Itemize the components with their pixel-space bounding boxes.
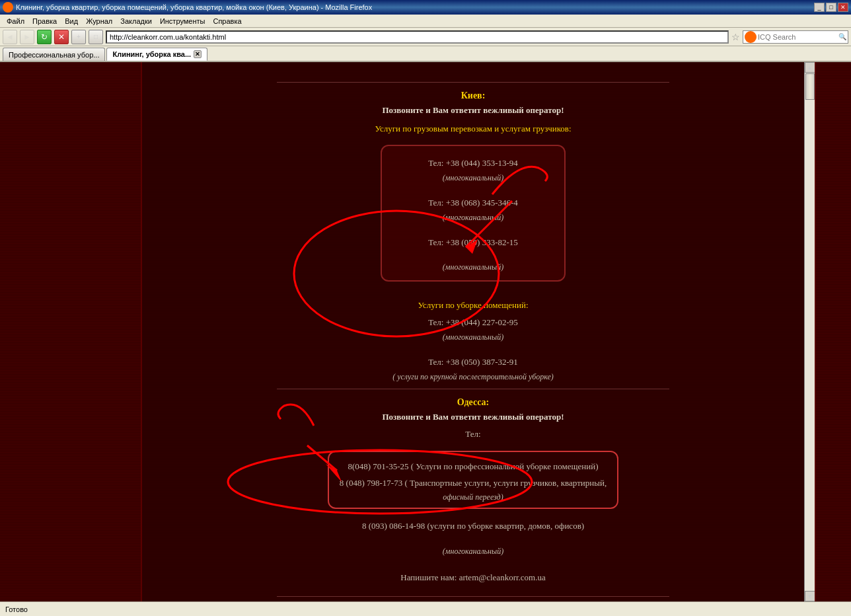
freight-phone-1: Тел: +38 (044) 353-13-94 <box>395 157 551 171</box>
reload-button[interactable]: ↻ <box>37 30 52 44</box>
bookmark-button[interactable]: □ <box>89 30 103 44</box>
toolbar: ◄ ► ↻ ✕ + □ ☆ 🔍 <box>0 28 851 46</box>
odessa-phone-2: 8 (048) 798-17-73 ( Транспортные услуги,… <box>340 477 607 490</box>
freight-phone-3-note: (многоканальный) <box>395 262 551 272</box>
window-title-text: Клининг, уборка квартир, уборка помещени… <box>3 2 372 13</box>
cleaning-phone-1-note: (многоканальный) <box>255 332 691 342</box>
tab-1-close[interactable]: ✕ <box>194 50 202 58</box>
tab-0-label: Профессиональная убор... <box>9 51 99 59</box>
search-container: 🔍 <box>743 30 848 44</box>
odessa-phone-1: 8(048) 701-35-25 ( Услуги по профессиона… <box>340 460 607 474</box>
icq-logo <box>745 31 757 43</box>
search-button[interactable]: 🔍 <box>838 33 846 40</box>
menu-help[interactable]: Справка <box>209 17 245 26</box>
cleaning-phones: Тел: +38 (044) 227-02-95 (многоканальный… <box>255 316 691 382</box>
freight-phone-2: Тел: +38 (068) 345-346-4 <box>395 196 551 210</box>
menu-bookmarks[interactable]: Закладки <box>116 17 156 26</box>
freight-phone-2-note: (многоканальный) <box>395 213 551 223</box>
odessa-extra-phones: 8 (093) 086-14-98 (услуги по уборке квар… <box>255 520 691 583</box>
content-inner: Киев: Позвоните и Вам ответит вежливый о… <box>242 69 704 601</box>
stop-button[interactable]: ✕ <box>54 30 69 44</box>
content-area: Киев: Позвоните и Вам ответит вежливый о… <box>142 62 815 601</box>
tab-0[interactable]: Профессиональная убор... <box>3 48 105 61</box>
sidebar-right <box>815 62 851 601</box>
email-line: Напишите нам: artem@cleankorr.com.ua <box>255 572 691 583</box>
forward-button[interactable]: ► <box>20 30 34 44</box>
top-separator <box>277 82 669 83</box>
cleaning-category: Услуги по уборке помещений: <box>255 300 691 311</box>
scroll-down[interactable]: ▼ <box>805 591 815 601</box>
menu-bar: Файл Правка Вид Журнал Закладки Инструме… <box>0 15 851 28</box>
tab-1-label: Клининг, уборка ква... <box>112 50 191 58</box>
odessa-phone-2-note: офисный переезд) <box>340 492 607 502</box>
freight-category: Услуги по грузовым перевозкам и услугам … <box>255 124 691 134</box>
main-scrollable[interactable]: Киев: Позвоните и Вам ответит вежливый о… <box>142 62 804 601</box>
menu-view[interactable]: Вид <box>61 17 82 26</box>
sidebar-left <box>0 62 142 601</box>
minimize-button[interactable]: _ <box>814 3 825 12</box>
freight-phones-container: Тел: +38 (044) 353-13-94 (многоканальный… <box>381 139 566 287</box>
kyiv-call-text: Позвоните и Вам ответит вежливый операто… <box>255 105 691 116</box>
cleaning-phone-1: Тел: +38 (044) 227-02-95 <box>255 316 691 330</box>
menu-history[interactable]: Журнал <box>82 17 116 26</box>
scrollbar[interactable]: ▲ ▼ <box>804 62 815 601</box>
address-input[interactable] <box>106 30 729 44</box>
freight-phone-1-note: (многоканальный) <box>395 173 551 183</box>
cleaning-phone-2-note: ( услуги по крупной послестроительной уб… <box>255 372 691 382</box>
status-bar: Готово <box>0 601 851 616</box>
scroll-track <box>805 73 815 591</box>
browser-viewport: Киев: Позвоните и Вам ответит вежливый о… <box>0 62 851 601</box>
scroll-thumb[interactable] <box>805 73 815 100</box>
freight-phone-3: Тел: +38 (050) 333-82-15 <box>395 236 551 250</box>
odessa-phone-3: 8 (093) 086-14-98 (услуги по уборке квар… <box>255 520 691 533</box>
page-content: Киев: Позвоните и Вам ответит вежливый о… <box>142 69 804 601</box>
odessa-call-text: Позвоните и Вам ответит вежливый операто… <box>255 412 691 422</box>
window-title: Клининг, уборка квартир, уборка помещени… <box>16 3 372 11</box>
menu-edit[interactable]: Правка <box>28 17 61 26</box>
odessa-phones-container: 8(048) 701-35-25 ( Услуги по профессиона… <box>328 447 618 514</box>
tab-1[interactable]: Клининг, уборка ква... ✕ <box>106 48 207 61</box>
maximize-button[interactable]: □ <box>826 3 836 12</box>
address-bar-container <box>106 30 729 44</box>
odessa-phone-block: 8(048) 701-35-25 ( Услуги по профессиона… <box>328 451 618 510</box>
menu-file[interactable]: Файл <box>3 17 28 26</box>
bottom-separator <box>277 596 669 597</box>
bookmark-star[interactable]: ☆ <box>731 32 740 42</box>
cleaning-section: Услуги по уборке помещений: Тел: +38 (04… <box>255 300 691 382</box>
firefox-icon <box>3 2 13 13</box>
back-button[interactable]: ◄ <box>3 30 17 44</box>
odessa-phone-3-note: (многоканальный) <box>255 547 691 557</box>
cleaning-phone-2: Тел: +38 (050) 387-32-91 <box>255 356 691 369</box>
odessa-tel-label: Тел: <box>255 428 691 442</box>
status-text: Готово <box>5 605 28 613</box>
window-title-bar: Клининг, уборка квартир, уборка помещени… <box>0 0 851 15</box>
star-icon: ☆ <box>731 32 740 42</box>
close-button[interactable]: ✕ <box>838 3 848 12</box>
scroll-up[interactable]: ▲ <box>805 62 815 73</box>
window-controls: _ □ ✕ <box>814 3 848 12</box>
odessa-title: Одесса: <box>255 397 691 408</box>
freight-phone-block: Тел: +38 (044) 353-13-94 (многоканальный… <box>381 145 566 282</box>
mid-separator <box>277 389 669 389</box>
tab-bar: Профессиональная убор... Клининг, уборка… <box>0 46 851 62</box>
menu-tools[interactable]: Инструменты <box>156 17 209 26</box>
kyiv-title: Киев: <box>255 91 691 101</box>
add-tab-button[interactable]: + <box>71 30 86 44</box>
search-input[interactable] <box>758 33 837 41</box>
